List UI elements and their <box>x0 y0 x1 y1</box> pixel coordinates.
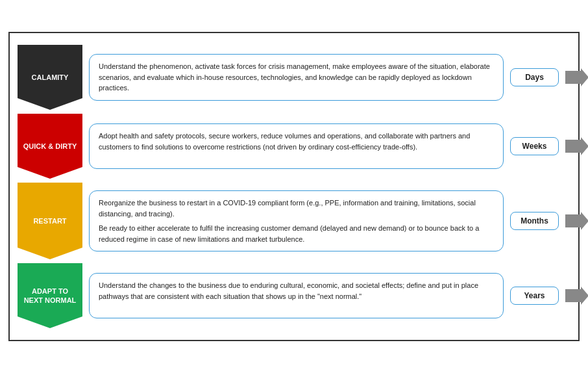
content-quick-dirty: Adopt health and safety protocols, secur… <box>89 123 504 169</box>
diagram-container: CALAMITYUnderstand the phenomenon, activ… <box>8 32 580 341</box>
svg-marker-5 <box>565 212 588 230</box>
content-adapt: Understand the changes to the business d… <box>89 273 504 318</box>
row-adapt: ADAPT TO NEXT NORMALUnderstand the chang… <box>18 263 588 328</box>
label-text-calamity: CALAMITY <box>28 73 73 82</box>
svg-marker-1 <box>565 68 588 86</box>
time-quick-dirty: Weeks <box>510 137 559 155</box>
time-calamity: Days <box>510 68 559 86</box>
row-restart: RESTARTReorganize the business to restar… <box>18 183 588 259</box>
arrow-icon-quick-dirty <box>565 137 588 155</box>
label-calamity: CALAMITY <box>18 45 82 110</box>
content-calamity: Understand the phenomenon, activate task… <box>89 54 504 101</box>
arrow-icon-adapt <box>565 287 588 305</box>
row-calamity: CALAMITYUnderstand the phenomenon, activ… <box>18 45 588 110</box>
svg-marker-3 <box>565 137 588 155</box>
label-adapt: ADAPT TO NEXT NORMAL <box>18 263 82 328</box>
label-quick-dirty: QUICK & DIRTY <box>18 114 82 179</box>
time-adapt: Years <box>510 287 559 305</box>
label-text-quick-dirty: QUICK & DIRTY <box>19 142 81 151</box>
time-restart: Months <box>510 212 559 230</box>
svg-marker-7 <box>565 287 588 305</box>
diagram: CALAMITYUnderstand the phenomenon, activ… <box>18 38 588 335</box>
label-text-adapt: ADAPT TO NEXT NORMAL <box>20 287 80 305</box>
content-restart: Reorganize the business to restart in a … <box>89 190 504 251</box>
arrow-icon-calamity <box>565 68 588 86</box>
label-restart: RESTART <box>18 183 82 259</box>
row-quick-dirty: QUICK & DIRTYAdopt health and safety pro… <box>18 114 588 179</box>
label-text-restart: RESTART <box>29 216 70 225</box>
arrow-icon-restart <box>565 212 588 230</box>
